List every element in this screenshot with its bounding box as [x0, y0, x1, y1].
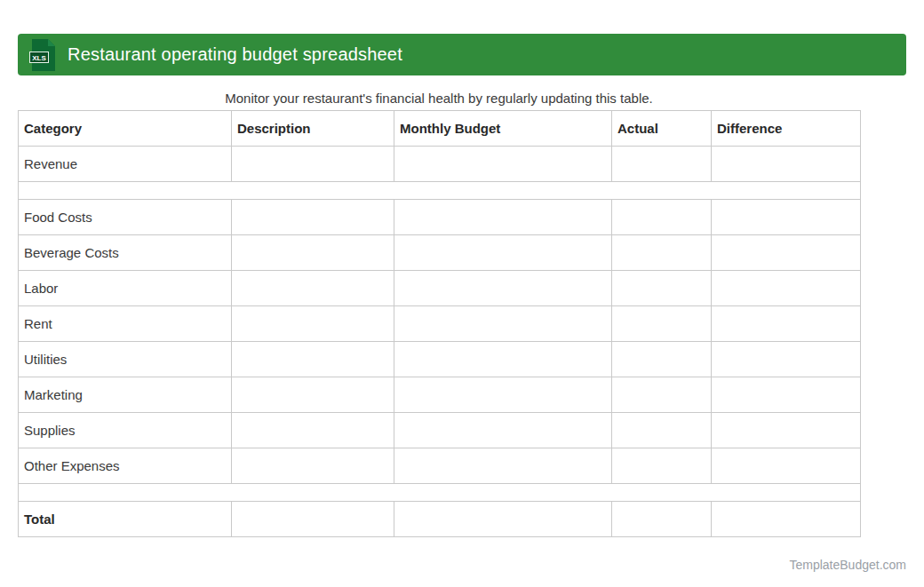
monthly-budget-cell — [394, 306, 612, 342]
header-row: Category Description Monthly Budget Actu… — [19, 111, 861, 147]
monthly-budget-cell — [394, 342, 612, 377]
actual-cell — [612, 342, 712, 377]
actual-cell — [612, 200, 712, 235]
table-row: Beverage Costs — [19, 235, 861, 271]
monthly-budget-cell — [394, 200, 612, 235]
category-cell: Utilities — [19, 342, 232, 377]
spacer-row — [19, 182, 861, 200]
total-row: Total — [19, 502, 861, 537]
difference-cell — [712, 235, 861, 271]
difference-cell — [712, 502, 861, 537]
xls-icon-label: XLS — [32, 53, 46, 61]
category-cell: Supplies — [19, 413, 232, 448]
description-cell — [232, 306, 394, 342]
footer: TemplateBudget.com — [18, 558, 906, 572]
monthly-budget-cell — [394, 147, 612, 182]
difference-cell — [712, 306, 861, 342]
category-cell: Rent — [19, 306, 232, 342]
difference-cell — [712, 342, 861, 377]
spacer-cell — [19, 182, 861, 200]
table-row: Labor — [19, 271, 861, 306]
page-title: Restaurant operating budget spreadsheet — [68, 44, 402, 65]
category-cell: Total — [19, 502, 232, 537]
description-cell — [232, 502, 394, 537]
description-cell — [232, 377, 394, 413]
description-cell — [232, 448, 394, 484]
difference-cell — [712, 377, 861, 413]
actual-cell — [612, 306, 712, 342]
monthly-budget-cell — [394, 413, 612, 448]
budget-table: Category Description Monthly Budget Actu… — [18, 110, 861, 537]
table-row: Utilities — [19, 342, 861, 377]
actual-cell — [612, 271, 712, 306]
category-cell: Beverage Costs — [19, 235, 232, 271]
monthly-budget-cell — [394, 502, 612, 537]
difference-cell — [712, 413, 861, 448]
site-credit: TemplateBudget.com — [789, 558, 906, 572]
actual-cell — [612, 448, 712, 484]
xls-file-icon: XLS — [29, 39, 56, 71]
actual-cell — [612, 235, 712, 271]
column-header-category: Category — [19, 111, 232, 147]
actual-cell — [612, 147, 712, 182]
description-cell — [232, 271, 394, 306]
table-row: Revenue — [19, 147, 861, 182]
table-row: Marketing — [19, 377, 861, 413]
page: XLS Restaurant operating budget spreadsh… — [0, 0, 924, 587]
actual-cell — [612, 413, 712, 448]
difference-cell — [712, 271, 861, 306]
monthly-budget-cell — [394, 235, 612, 271]
table-row: Supplies — [19, 413, 861, 448]
table-row: Other Expenses — [19, 448, 861, 484]
difference-cell — [712, 200, 861, 235]
subtitle: Monitor your restaurant's financial heal… — [18, 91, 860, 106]
description-cell — [232, 235, 394, 271]
description-cell — [232, 200, 394, 235]
description-cell — [232, 413, 394, 448]
category-cell: Labor — [19, 271, 232, 306]
column-header-description: Description — [232, 111, 394, 147]
monthly-budget-cell — [394, 377, 612, 413]
spacer-row — [19, 484, 861, 502]
spacer-cell — [19, 484, 861, 502]
actual-cell — [612, 377, 712, 413]
title-bar: XLS Restaurant operating budget spreadsh… — [18, 34, 906, 75]
column-header-difference: Difference — [712, 111, 861, 147]
actual-cell — [612, 502, 712, 537]
description-cell — [232, 342, 394, 377]
budget-table-body: RevenueFood CostsBeverage CostsLaborRent… — [19, 147, 861, 537]
table-row: Rent — [19, 306, 861, 342]
category-cell: Food Costs — [19, 200, 232, 235]
monthly-budget-cell — [394, 271, 612, 306]
table-row: Food Costs — [19, 200, 861, 235]
monthly-budget-cell — [394, 448, 612, 484]
column-header-monthly-budget: Monthly Budget — [394, 111, 612, 147]
column-header-actual: Actual — [612, 111, 712, 147]
difference-cell — [712, 147, 861, 182]
description-cell — [232, 147, 394, 182]
budget-table-header: Category Description Monthly Budget Actu… — [19, 111, 861, 147]
category-cell: Marketing — [19, 377, 232, 413]
category-cell: Other Expenses — [19, 448, 232, 484]
difference-cell — [712, 448, 861, 484]
category-cell: Revenue — [19, 147, 232, 182]
